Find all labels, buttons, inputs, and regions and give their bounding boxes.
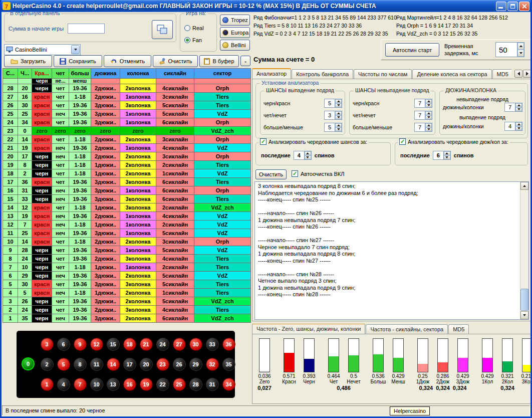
alternate-chances-checkbox[interactable] — [260, 138, 267, 145]
main-tab-0[interactable]: Анализатор — [252, 68, 291, 79]
number-chip[interactable]: 15 — [107, 338, 120, 351]
history-row[interactable]: 230zerozerozerozerozerozeroVdZ_zch — [3, 127, 251, 135]
number-chip[interactable]: 29 — [189, 358, 202, 371]
tab-scroll-left-button[interactable] — [514, 70, 522, 78]
freq-tab-0[interactable]: Частота - Zero, шансы, дюжины, колонки — [252, 324, 365, 334]
board-cell-23[interactable]: 23 — [155, 354, 170, 374]
board-cell-21[interactable]: 21 — [139, 334, 153, 354]
board-cell-8[interactable]: 8 — [73, 354, 87, 374]
history-row[interactable]: 45красннеч1-181дюжи..2колонка1сиклайнTie… — [3, 289, 251, 297]
spin-down-button[interactable] — [425, 115, 432, 119]
scroll-up-button[interactable] — [520, 182, 528, 190]
number-chip[interactable]: 28 — [189, 378, 202, 391]
bellini-button[interactable]: Bellini — [220, 40, 250, 51]
board-cell-15[interactable]: 15 — [106, 334, 120, 354]
board-cell-24[interactable]: 24 — [155, 334, 170, 354]
dozen-absent-spinner[interactable]: 7 — [504, 103, 522, 112]
maximize-button[interactable] — [507, 2, 518, 11]
board-cell-10[interactable]: 10 — [89, 374, 104, 394]
even-odd-appear-spinner[interactable]: 3 — [324, 111, 342, 120]
board-cell-7[interactable]: 7 — [73, 374, 87, 394]
start-sum-input[interactable] — [68, 24, 105, 34]
tab-scroll-right-button[interactable] — [523, 70, 531, 78]
board-cell-9[interactable]: 9 — [73, 334, 87, 354]
board-cell-27[interactable]: 27 — [172, 334, 186, 354]
spin-up-button[interactable] — [444, 151, 450, 155]
board-cell-20[interactable]: 20 — [139, 354, 153, 374]
board-cell-31[interactable]: 31 — [205, 374, 219, 394]
number-chip[interactable]: 30 — [189, 338, 202, 351]
board-cell-4[interactable]: 4 — [56, 374, 71, 394]
board-cell-3[interactable]: 3 — [40, 334, 54, 354]
board-cell-34[interactable]: 34 — [221, 374, 236, 394]
board-cell-13[interactable]: 13 — [106, 374, 120, 394]
number-chip[interactable]: 19 — [140, 378, 153, 391]
autoclear-checkbox[interactable] — [292, 170, 298, 177]
black-red-absent-spinner[interactable]: 7 — [414, 99, 432, 108]
board-cell-33[interactable]: 33 — [205, 334, 219, 354]
spin-up-button[interactable] — [425, 123, 432, 127]
board-cell-5[interactable]: 5 — [56, 354, 71, 374]
number-chip[interactable]: 31 — [206, 378, 219, 391]
history-row[interactable]: 2214краснчет1-182дюжи..2колонка3сиклайнO… — [3, 135, 251, 144]
copy-to-buffer-button[interactable]: В буфер — [199, 55, 239, 67]
history-row[interactable]: 2630краснчет19-363дюжи..3колонка5сиклайн… — [3, 101, 251, 110]
number-chip[interactable]: 11 — [90, 358, 103, 371]
alt-dozens-spinner[interactable]: 6 — [433, 151, 451, 160]
radio-real[interactable]: Real — [184, 25, 204, 31]
log-scrollbar[interactable] — [520, 182, 528, 319]
board-cell-17[interactable]: 17 — [122, 354, 137, 374]
board-cell-6[interactable]: 6 — [56, 334, 71, 354]
high-low-absent-spinner[interactable]: 7 — [414, 123, 432, 132]
board-cell-26[interactable]: 26 — [172, 354, 186, 374]
freq-tab-2[interactable]: MD5 — [448, 324, 469, 334]
scroll-thumb[interactable] — [520, 289, 528, 311]
spin-down-button[interactable] — [335, 127, 342, 131]
taskbar-label[interactable]: Helpercasino — [390, 406, 430, 415]
number-chip[interactable]: 7 — [74, 378, 87, 391]
spin-down-button[interactable] — [444, 155, 450, 159]
board-cell-19[interactable]: 19 — [139, 374, 153, 394]
number-chip[interactable]: 20 — [140, 358, 153, 371]
main-tab-1[interactable]: Контроль банкролла — [292, 69, 353, 79]
black-red-appear-spinner[interactable]: 5 — [324, 99, 342, 108]
close-button[interactable] — [519, 2, 529, 11]
history-row[interactable]: 1319красннеч19-362дюжи..1колонка4сиклайн… — [3, 212, 251, 221]
board-cell-16[interactable]: 16 — [122, 374, 137, 394]
spin-up-button[interactable] — [335, 111, 342, 115]
main-tab-4[interactable]: MD5 — [492, 69, 511, 79]
board-cell-11[interactable]: 11 — [89, 354, 104, 374]
collapse-button[interactable]: - — [240, 56, 250, 66]
number-chip[interactable]: 32 — [206, 358, 219, 371]
number-chip[interactable]: 10 — [90, 378, 103, 391]
number-chip[interactable]: 21 — [140, 338, 153, 351]
save-button[interactable]: Сохранить — [54, 55, 102, 67]
tropez-button[interactable]: Tropez — [220, 15, 250, 26]
dozen-appear-spinner[interactable]: 4 — [504, 122, 522, 131]
number-chip[interactable]: 12 — [90, 338, 103, 351]
number-chip[interactable]: 35 — [222, 358, 235, 371]
history-row[interactable]: 2017черннеч1-182дюжи..2колонка3сиклайнOr… — [3, 152, 251, 161]
europa-button[interactable]: Europa — [220, 27, 250, 38]
history-row[interactable]: 2434краснчет19-363дюжи..1колонка6сиклайн… — [3, 118, 251, 127]
spin-up-button[interactable] — [515, 103, 522, 107]
history-row[interactable]: 182чернчет1-181дюжи..2колонка1сиклайнVdZ — [3, 169, 251, 178]
spin-down-button[interactable] — [335, 115, 342, 119]
spin-up-button[interactable] — [335, 99, 342, 103]
clear-log-button[interactable]: Очистить — [255, 169, 287, 179]
dropdown-arrow-icon[interactable] — [71, 45, 80, 54]
board-cell-28[interactable]: 28 — [188, 374, 203, 394]
board-cell-32[interactable]: 32 — [205, 354, 219, 374]
high-low-appear-spinner[interactable]: 5 — [324, 123, 342, 132]
spin-down-button[interactable] — [515, 107, 522, 111]
number-chip[interactable]: 33 — [206, 338, 219, 351]
board-cell-18[interactable]: 18 — [122, 334, 137, 354]
clear-table-button[interactable]: Очистить — [153, 55, 198, 67]
autospin-start-button[interactable]: Автоспин старт — [385, 43, 439, 57]
history-row[interactable]: 326чернчет19-363дюжи..2колонка5сиклайнVd… — [3, 297, 251, 306]
undo-button[interactable]: Отменить — [104, 55, 151, 67]
history-row[interactable]: 2820чернчет19-362дюжи..2колонка4сиклайнO… — [3, 84, 251, 93]
analyzer-log[interactable]: 3 колонка невыпадала подряд 8 спин; Набл… — [254, 181, 529, 320]
board-cell-22[interactable]: 22 — [155, 374, 170, 394]
spin-up-button[interactable] — [425, 99, 432, 103]
